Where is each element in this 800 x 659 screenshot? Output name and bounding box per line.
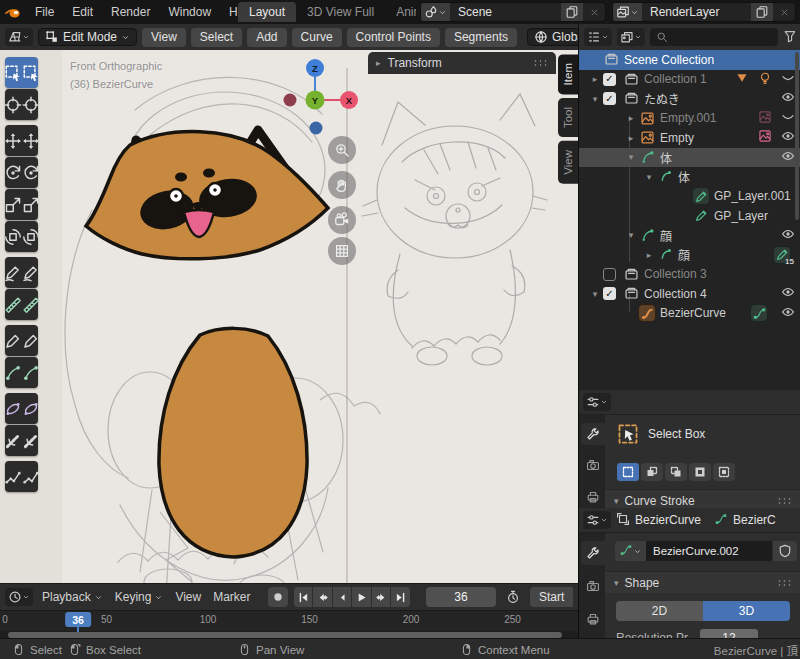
eye-closed-icon[interactable]	[781, 110, 795, 124]
editor-type-button[interactable]	[5, 588, 33, 606]
play-button[interactable]	[352, 587, 370, 607]
disclosure-open-icon[interactable]: ▾	[587, 289, 603, 299]
properties-tab-render[interactable]	[581, 574, 605, 598]
current-frame-field[interactable]: 36	[426, 587, 496, 607]
properties-tab-render[interactable]	[581, 454, 605, 476]
eye-closed-icon[interactable]	[781, 71, 795, 85]
tool-select-box-button[interactable]	[5, 57, 38, 88]
outliner-display-mode-button[interactable]	[617, 28, 645, 46]
timeline-ruler[interactable]: 05010015020025036	[0, 610, 578, 631]
scene-selector[interactable]: Scene	[420, 2, 606, 22]
properties-tab-tool[interactable]	[581, 541, 605, 565]
editor-type-button[interactable]	[583, 393, 611, 411]
outliner-filter-button[interactable]	[783, 29, 795, 46]
frame-prev-button[interactable]	[333, 587, 351, 607]
jump-end-button[interactable]	[391, 587, 409, 607]
shape-panel-header[interactable]: ▾ Shape	[605, 571, 800, 593]
curve-datablock-dropdown[interactable]	[615, 541, 646, 561]
properties-tab-output[interactable]	[581, 486, 605, 508]
viewport-menu-segments[interactable]: Segments	[445, 28, 517, 47]
curve-data-icon[interactable]	[751, 305, 767, 321]
outliner-row-gp-layer-001[interactable]: GP_Layer.001	[579, 187, 800, 207]
collection-checkbox[interactable]: ✓	[603, 287, 616, 300]
eye-open-icon[interactable]	[781, 90, 795, 104]
start-frame-field[interactable]: Start	[530, 587, 573, 607]
properties-tab-tool[interactable]	[581, 423, 605, 445]
disclosure-closed-icon[interactable]: ▸	[587, 74, 603, 84]
scene-copy-button[interactable]	[561, 3, 583, 21]
panel-grip-icon[interactable]	[533, 59, 548, 67]
workspace-tab-layout[interactable]: Layout	[238, 2, 296, 22]
breadcrumb-data[interactable]: BezierC	[733, 513, 776, 527]
eye-open-icon[interactable]	[781, 149, 795, 163]
outliner-row-体[interactable]: ▾体	[579, 167, 800, 187]
stopwatch-icon[interactable]	[502, 587, 524, 607]
tool-scale-button[interactable]	[5, 189, 38, 220]
outliner-row-顔[interactable]: ▾顔	[579, 226, 800, 246]
scene-browse-button[interactable]	[421, 3, 450, 21]
curve-datablock-name-field[interactable]: BezierCurve.002	[646, 541, 772, 561]
tool-transform-button[interactable]	[5, 221, 38, 252]
editor-type-button[interactable]	[5, 28, 33, 46]
eye-open-icon[interactable]	[781, 285, 795, 299]
disclosure-open-icon[interactable]: ▾	[587, 94, 603, 104]
mode-subtract-button[interactable]	[665, 463, 687, 481]
outliner-row-empty[interactable]: ▸Empty	[579, 128, 800, 148]
orientation-dropdown[interactable]: Global	[527, 28, 578, 46]
scene-unlink-button[interactable]	[583, 3, 605, 21]
mode-extend-button[interactable]	[641, 463, 663, 481]
tool-measure-button[interactable]	[5, 289, 38, 320]
outliner-row-gp-layer[interactable]: GP_Layer	[579, 206, 800, 226]
menu-edit[interactable]: Edit	[63, 0, 102, 24]
nav-pan-hand-button[interactable]	[328, 171, 356, 199]
outliner-row-beziercurve[interactable]: BezierCurve	[579, 304, 800, 324]
viewport-menu-control-points[interactable]: Control Points	[347, 28, 440, 47]
disclosure-open-icon[interactable]: ▾	[641, 172, 657, 182]
auto-keying-record-button[interactable]	[268, 587, 288, 607]
outliner-search-input[interactable]	[650, 28, 778, 46]
render-layer-browse-button[interactable]	[613, 3, 642, 21]
timeline-menu-playback[interactable]: Playback	[39, 590, 106, 604]
menu-render[interactable]: Render	[102, 0, 159, 24]
disclosure-open-icon[interactable]: ▾	[623, 230, 639, 240]
outliner-row-empty-001[interactable]: ▸Empty.001	[579, 109, 800, 129]
collection-checkbox[interactable]	[603, 268, 616, 281]
collection-checkbox[interactable]: ✓	[603, 92, 616, 105]
gp-layer-badge[interactable]: 15	[774, 247, 790, 263]
outliner-row-体[interactable]: ▾体	[579, 148, 800, 168]
render-layer-selector[interactable]: RenderLayer	[612, 2, 796, 22]
viewport-menu-view[interactable]: View	[142, 28, 186, 47]
collection-checkbox[interactable]: ✓	[603, 73, 616, 86]
outliner-row-collection-4[interactable]: ▾✓Collection 4	[579, 284, 800, 304]
render-layer-copy-button[interactable]	[751, 3, 773, 21]
tool-draw-button[interactable]	[5, 325, 38, 356]
image-data-icon[interactable]	[758, 110, 772, 124]
keyframe-next-button[interactable]	[372, 587, 390, 607]
image-data-icon[interactable]	[758, 129, 772, 143]
eye-open-icon[interactable]	[781, 305, 795, 319]
keyframe-prev-button[interactable]	[313, 587, 331, 607]
tool-cursor-button[interactable]	[5, 89, 38, 120]
editor-type-button[interactable]	[583, 511, 611, 529]
outliner-row-scene-collection[interactable]: Scene Collection	[579, 50, 800, 70]
nav-zoom-button[interactable]	[328, 136, 356, 164]
tool-extrude-button[interactable]	[5, 357, 38, 388]
panel-grip-icon[interactable]	[777, 579, 792, 587]
outliner-row-collection-1[interactable]: ▸✓Collection 1	[579, 70, 800, 90]
sidebar-tab-item[interactable]: Item	[558, 54, 578, 94]
mode-dropdown[interactable]: Edit Mode	[38, 28, 137, 46]
tool-rotate-button[interactable]	[5, 157, 38, 188]
render-layer-remove-button[interactable]	[773, 3, 795, 21]
disclosure-closed-icon[interactable]: ▸	[623, 133, 639, 143]
timeline-menu-keying[interactable]: Keying	[112, 590, 167, 604]
transform-panel-header[interactable]: ▸ Transform	[368, 52, 556, 74]
timeline-menu-view[interactable]: View	[172, 590, 204, 604]
disclosure-closed-icon[interactable]: ▸	[641, 250, 657, 260]
nav-grid-ortho-button[interactable]	[328, 237, 356, 265]
editor-type-button[interactable]	[584, 28, 612, 46]
triangle-icon[interactable]	[735, 71, 749, 85]
disclosure-closed-icon[interactable]: ▸	[623, 113, 639, 123]
menu-window[interactable]: Window	[159, 0, 220, 24]
nav-camera-view-button[interactable]	[328, 206, 356, 234]
mode-intersect-button[interactable]	[713, 463, 735, 481]
